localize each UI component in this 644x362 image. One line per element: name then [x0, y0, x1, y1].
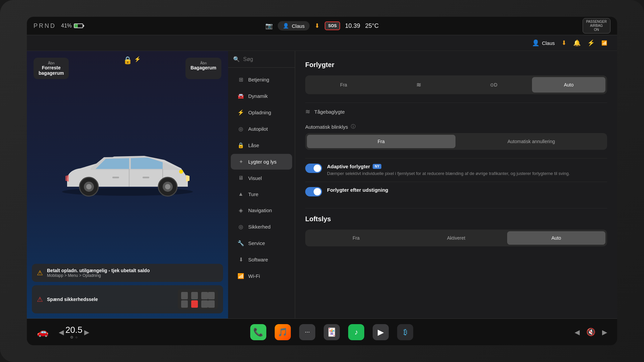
navigation-label: Navigation — [248, 207, 272, 213]
speed-right-arrow[interactable]: ▶ — [84, 328, 89, 336]
loftslys-title: Loftslys — [305, 215, 607, 223]
opladning-icon: ⚡ — [237, 109, 244, 116]
taskbar-right: ◀ 🔇 ▶ — [575, 328, 607, 337]
nav-item-laase[interactable]: 🔒 Låse — [231, 137, 292, 153]
forlygter-btn-fra[interactable]: Fra — [307, 77, 380, 93]
rear-trunk-label-1: Åbn — [191, 61, 216, 65]
front-trunk-label-1: Åbn — [39, 61, 64, 65]
volume-mute-icon[interactable]: 🔇 — [586, 328, 595, 337]
forlygter-btn-soo[interactable]: ≋ — [382, 77, 455, 93]
svg-rect-18 — [201, 300, 208, 308]
adaptive-new-badge: NY — [373, 164, 381, 169]
sikkerhed-label: Sikkerhed — [248, 224, 271, 230]
dynamik-label: Dynamik — [248, 93, 268, 99]
nav-item-sikkerhed[interactable]: ◎ Sikkerhed — [231, 219, 292, 235]
status-left: PRND 41% — [34, 22, 265, 29]
bluetooth-icon-header[interactable]: ⚡ — [587, 39, 595, 47]
speed-sub-icon1: ⚙ — [70, 335, 73, 340]
svg-rect-19 — [208, 300, 215, 308]
blinklys-btn-fra[interactable]: Fra — [307, 135, 455, 148]
nav-item-visuel[interactable]: 🖥 Visuel — [231, 170, 292, 186]
svg-rect-9 — [112, 177, 119, 178]
front-trunk-button[interactable]: Åbn Forreste bagagerum — [34, 58, 69, 79]
adaptive-forlygter-desc: Dæmper selektivt individuelle pixel i fj… — [327, 171, 607, 177]
bell-icon[interactable]: 🔔 — [573, 39, 581, 47]
lygter-icon: ✦ — [237, 159, 244, 165]
forlygter-udstigning-toggle[interactable] — [305, 187, 322, 196]
phone-app-icon[interactable]: 📞 — [250, 324, 266, 340]
user-icon-top: 👤 — [283, 23, 289, 29]
download-icon-header[interactable]: ⬇ — [561, 39, 567, 47]
bluetooth-app-icon[interactable]: ₿ — [397, 324, 413, 340]
left-panel: Åbn Forreste bagagerum 🔒 ⚡ Åbn Bagagerum — [27, 51, 228, 318]
lightning-icon: ⚡ — [134, 56, 141, 62]
autopilot-label: Autopilot — [248, 126, 268, 132]
taskbar-apps: 📞 🎵 ··· 🃏 ♪ ▶ ₿ — [99, 324, 565, 340]
lygter-label: Lygter og lys — [248, 159, 277, 165]
software-icon: ⬇ — [237, 256, 244, 263]
more-apps-icon[interactable]: ··· — [299, 324, 315, 340]
fog-light-label: Tågebaglygte — [314, 109, 345, 115]
battery-info: 41% — [61, 23, 83, 29]
header-user: 👤 Claus — [532, 39, 555, 47]
loftslys-btn-fra[interactable]: Fra — [307, 231, 405, 245]
speed-left-arrow[interactable]: ◀ — [59, 328, 64, 336]
laase-icon: 🔒 — [237, 142, 244, 148]
dynamik-icon: 🚘 — [237, 93, 244, 99]
blinklys-info-icon[interactable]: ⓘ — [351, 124, 356, 130]
forlygter-udstigning-text: Forlygter efter udstigning — [327, 187, 607, 194]
speed-display: 20.5 ⚙ ○ — [65, 325, 83, 340]
next-track-icon[interactable]: ▶ — [602, 328, 607, 336]
forlygter-btn-auto[interactable]: Auto — [532, 77, 605, 93]
speed-sub-icon2: ○ — [75, 335, 77, 340]
passenger-airbag-badge: PASSENGER AIRBAG ON — [583, 18, 611, 34]
nav-panel: 🔍 ⊞ Betjening 🚘 Dynamik ⚡ Opladning — [228, 51, 295, 318]
seats-diagram — [178, 289, 218, 309]
speed-icons: ⚙ ○ — [65, 335, 83, 340]
autopilot-icon: ◎ — [237, 126, 244, 132]
service-label: Service — [248, 240, 265, 246]
front-trunk-label-2: Forreste — [39, 65, 64, 70]
nav-item-wifi[interactable]: 📶 Wi-Fi — [231, 268, 292, 284]
sos-button[interactable]: SOS — [325, 21, 340, 30]
media-app-icon[interactable]: ▶ — [373, 324, 389, 340]
speed-value: 20.5 — [65, 325, 83, 335]
adaptive-forlygter-toggle[interactable] — [305, 164, 322, 173]
blinklys-title-row: Automatisk blinklys ⓘ — [305, 124, 607, 130]
nav-item-dynamik[interactable]: 🚘 Dynamik — [231, 88, 292, 104]
prev-track-icon[interactable]: ◀ — [575, 328, 580, 336]
search-bar[interactable]: 🔍 — [228, 51, 295, 68]
charging-warning-main: Betalt opladn. utilgængelig - tjek ubeta… — [47, 268, 150, 273]
header-username: Claus — [542, 40, 555, 46]
car-icon-taskbar[interactable]: 🚗 — [37, 326, 49, 338]
charging-warning-sub: Mobilapp > Menu > Opladning — [47, 273, 150, 278]
nav-item-autopilot[interactable]: ◎ Autopilot — [231, 121, 292, 137]
loftslys-btn-aktiveret[interactable]: Aktiveret — [407, 231, 505, 245]
card-app-icon[interactable]: 🃏 — [324, 324, 340, 340]
spotify-app-icon[interactable]: ♪ — [348, 324, 364, 340]
nav-items: ⊞ Betjening 🚘 Dynamik ⚡ Opladning ◎ Auto… — [228, 68, 295, 318]
svg-point-11 — [179, 170, 183, 174]
download-icon-top[interactable]: ⬇ — [315, 22, 320, 29]
nav-item-service[interactable]: 🔧 Service — [231, 235, 292, 251]
nav-item-lygter[interactable]: ✦ Lygter og lys — [231, 154, 292, 170]
bezel: PRND 41% 📷 👤 Claus ⬇ SOS 10.39 25 — [0, 0, 644, 362]
forlygter-btn-d[interactable]: ⊙D — [457, 77, 531, 93]
navigation-icon: ◈ — [237, 207, 244, 214]
loftslys-btn-auto[interactable]: Auto — [507, 231, 605, 245]
forlygter-section: Forlygter Fra ≋ ⊙D Auto — [305, 61, 607, 94]
nav-item-ture[interactable]: ▲ Ture — [231, 186, 292, 202]
user-chip-top[interactable]: 👤 Claus — [278, 21, 310, 31]
blinklys-btn-automatisk[interactable]: Automatisk annullering — [457, 135, 606, 148]
svg-rect-15 — [208, 292, 215, 299]
wifi-icon: 📶 — [237, 273, 244, 279]
nav-item-software[interactable]: ⬇ Software — [231, 252, 292, 267]
nav-item-betjening[interactable]: ⊞ Betjening — [231, 72, 292, 87]
rear-trunk-button[interactable]: Åbn Bagagerum — [185, 58, 221, 79]
music-app-icon[interactable]: 🎵 — [275, 324, 291, 340]
front-trunk-label-3: bagagerum — [39, 70, 64, 76]
software-label: Software — [248, 257, 268, 262]
nav-item-opladning[interactable]: ⚡ Opladning — [231, 105, 292, 120]
nav-item-navigation[interactable]: ◈ Navigation — [231, 202, 292, 218]
camera-icon[interactable]: 📷 — [265, 22, 273, 29]
